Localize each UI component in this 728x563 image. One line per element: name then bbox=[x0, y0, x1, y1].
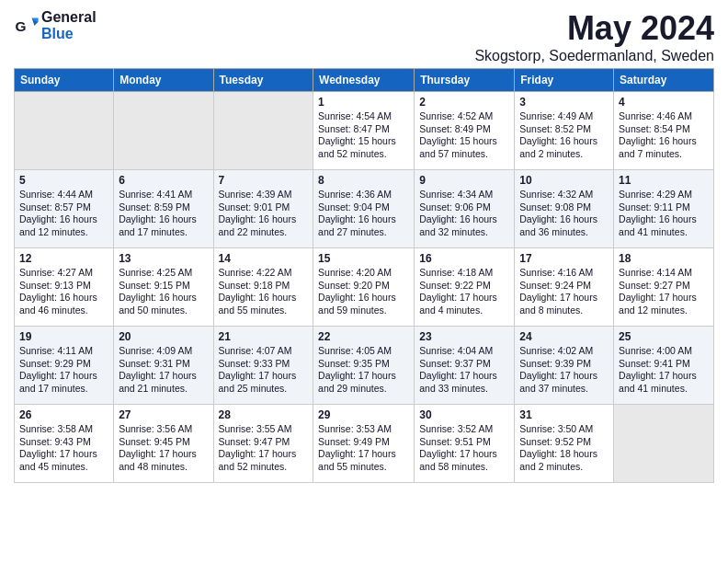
calendar-cell: 25Sunrise: 4:00 AM Sunset: 9:41 PM Dayli… bbox=[614, 327, 714, 405]
day-info: Sunrise: 4:41 AM Sunset: 8:59 PM Dayligh… bbox=[119, 189, 208, 239]
weekday-header-sunday: Sunday bbox=[15, 69, 114, 92]
calendar-cell bbox=[213, 92, 313, 170]
day-info: Sunrise: 4:16 AM Sunset: 9:24 PM Dayligh… bbox=[519, 267, 609, 317]
calendar-cell: 9Sunrise: 4:34 AM Sunset: 9:06 PM Daylig… bbox=[415, 170, 515, 248]
day-number: 4 bbox=[619, 96, 709, 109]
calendar-cell: 3Sunrise: 4:49 AM Sunset: 8:52 PM Daylig… bbox=[515, 92, 614, 170]
day-info: Sunrise: 3:52 AM Sunset: 9:51 PM Dayligh… bbox=[419, 423, 509, 474]
calendar-cell: 6Sunrise: 4:41 AM Sunset: 8:59 PM Daylig… bbox=[114, 170, 213, 248]
day-number: 13 bbox=[119, 252, 208, 265]
calendar-cell: 13Sunrise: 4:25 AM Sunset: 9:15 PM Dayli… bbox=[114, 248, 213, 327]
calendar-cell: 7Sunrise: 4:39 AM Sunset: 9:01 PM Daylig… bbox=[213, 170, 313, 248]
day-info: Sunrise: 4:09 AM Sunset: 9:31 PM Dayligh… bbox=[119, 345, 208, 396]
day-number: 11 bbox=[619, 174, 709, 187]
calendar-cell: 2Sunrise: 4:52 AM Sunset: 8:49 PM Daylig… bbox=[415, 92, 515, 170]
calendar-cell: 14Sunrise: 4:22 AM Sunset: 9:18 PM Dayli… bbox=[213, 248, 313, 327]
day-info: Sunrise: 3:56 AM Sunset: 9:45 PM Dayligh… bbox=[119, 423, 208, 474]
weekday-header-tuesday: Tuesday bbox=[213, 69, 313, 92]
day-number: 30 bbox=[419, 408, 509, 421]
logo: G General Blue bbox=[14, 9, 97, 41]
calendar-cell bbox=[614, 405, 714, 483]
day-number: 1 bbox=[318, 96, 409, 109]
day-info: Sunrise: 4:39 AM Sunset: 9:01 PM Dayligh… bbox=[219, 189, 309, 239]
calendar-cell: 31Sunrise: 3:50 AM Sunset: 9:52 PM Dayli… bbox=[515, 405, 614, 483]
days-of-week-row: SundayMondayTuesdayWednesdayThursdayFrid… bbox=[15, 69, 714, 92]
day-info: Sunrise: 4:54 AM Sunset: 8:47 PM Dayligh… bbox=[318, 110, 409, 161]
calendar-cell: 4Sunrise: 4:46 AM Sunset: 8:54 PM Daylig… bbox=[614, 92, 714, 170]
calendar-body: 1Sunrise: 4:54 AM Sunset: 8:47 PM Daylig… bbox=[15, 92, 714, 483]
day-number: 16 bbox=[419, 252, 509, 265]
day-number: 26 bbox=[19, 408, 108, 421]
day-number: 29 bbox=[318, 408, 409, 421]
day-number: 28 bbox=[219, 408, 309, 421]
day-info: Sunrise: 4:32 AM Sunset: 9:08 PM Dayligh… bbox=[519, 189, 609, 239]
calendar-cell: 24Sunrise: 4:02 AM Sunset: 9:39 PM Dayli… bbox=[515, 327, 614, 405]
day-number: 3 bbox=[519, 96, 609, 109]
calendar-cell: 8Sunrise: 4:36 AM Sunset: 9:04 PM Daylig… bbox=[313, 170, 415, 248]
day-info: Sunrise: 4:00 AM Sunset: 9:41 PM Dayligh… bbox=[619, 345, 709, 396]
calendar-cell: 29Sunrise: 3:53 AM Sunset: 9:49 PM Dayli… bbox=[313, 405, 415, 483]
day-number: 17 bbox=[519, 252, 609, 265]
day-info: Sunrise: 4:11 AM Sunset: 9:29 PM Dayligh… bbox=[19, 345, 108, 396]
calendar-week-4: 19Sunrise: 4:11 AM Sunset: 9:29 PM Dayli… bbox=[15, 327, 714, 405]
day-number: 10 bbox=[519, 174, 609, 187]
weekday-header-friday: Friday bbox=[515, 69, 614, 92]
day-number: 22 bbox=[318, 330, 409, 343]
day-info: Sunrise: 4:52 AM Sunset: 8:49 PM Dayligh… bbox=[419, 110, 509, 161]
calendar-week-1: 1Sunrise: 4:54 AM Sunset: 8:47 PM Daylig… bbox=[15, 92, 714, 170]
day-info: Sunrise: 4:22 AM Sunset: 9:18 PM Dayligh… bbox=[219, 267, 309, 317]
day-number: 12 bbox=[19, 252, 108, 265]
day-number: 31 bbox=[519, 408, 609, 421]
day-number: 20 bbox=[119, 330, 208, 343]
weekday-header-monday: Monday bbox=[114, 69, 213, 92]
page-header: G General Blue May 2024 Skogstorp, Soede… bbox=[14, 9, 714, 64]
day-info: Sunrise: 4:36 AM Sunset: 9:04 PM Dayligh… bbox=[318, 189, 409, 239]
logo-icon: G bbox=[14, 13, 40, 39]
day-info: Sunrise: 4:34 AM Sunset: 9:06 PM Dayligh… bbox=[419, 189, 509, 239]
day-number: 15 bbox=[318, 252, 409, 265]
day-info: Sunrise: 4:46 AM Sunset: 8:54 PM Dayligh… bbox=[619, 110, 709, 161]
day-info: Sunrise: 4:14 AM Sunset: 9:27 PM Dayligh… bbox=[619, 267, 709, 317]
calendar-week-2: 5Sunrise: 4:44 AM Sunset: 8:57 PM Daylig… bbox=[15, 170, 714, 248]
calendar-cell: 18Sunrise: 4:14 AM Sunset: 9:27 PM Dayli… bbox=[614, 248, 714, 327]
calendar-cell bbox=[114, 92, 213, 170]
calendar-cell bbox=[15, 92, 114, 170]
calendar-cell: 1Sunrise: 4:54 AM Sunset: 8:47 PM Daylig… bbox=[313, 92, 415, 170]
weekday-header-wednesday: Wednesday bbox=[313, 69, 415, 92]
calendar-cell: 17Sunrise: 4:16 AM Sunset: 9:24 PM Dayli… bbox=[515, 248, 614, 327]
day-number: 7 bbox=[219, 174, 309, 187]
calendar-cell: 5Sunrise: 4:44 AM Sunset: 8:57 PM Daylig… bbox=[15, 170, 114, 248]
calendar-cell: 30Sunrise: 3:52 AM Sunset: 9:51 PM Dayli… bbox=[415, 405, 515, 483]
day-info: Sunrise: 4:05 AM Sunset: 9:35 PM Dayligh… bbox=[318, 345, 409, 396]
day-number: 21 bbox=[219, 330, 309, 343]
day-number: 5 bbox=[19, 174, 108, 187]
calendar-cell: 21Sunrise: 4:07 AM Sunset: 9:33 PM Dayli… bbox=[213, 327, 313, 405]
day-number: 24 bbox=[519, 330, 609, 343]
day-number: 14 bbox=[219, 252, 309, 265]
day-info: Sunrise: 3:58 AM Sunset: 9:43 PM Dayligh… bbox=[19, 423, 108, 474]
day-number: 27 bbox=[119, 408, 208, 421]
day-info: Sunrise: 3:55 AM Sunset: 9:47 PM Dayligh… bbox=[219, 423, 309, 474]
calendar-cell: 15Sunrise: 4:20 AM Sunset: 9:20 PM Dayli… bbox=[313, 248, 415, 327]
calendar-cell: 20Sunrise: 4:09 AM Sunset: 9:31 PM Dayli… bbox=[114, 327, 213, 405]
month-title: May 2024 bbox=[474, 9, 714, 48]
day-info: Sunrise: 4:18 AM Sunset: 9:22 PM Dayligh… bbox=[419, 267, 509, 317]
day-info: Sunrise: 4:25 AM Sunset: 9:15 PM Dayligh… bbox=[119, 267, 208, 317]
calendar-cell: 28Sunrise: 3:55 AM Sunset: 9:47 PM Dayli… bbox=[213, 405, 313, 483]
day-info: Sunrise: 4:02 AM Sunset: 9:39 PM Dayligh… bbox=[519, 345, 609, 396]
calendar-cell: 11Sunrise: 4:29 AM Sunset: 9:11 PM Dayli… bbox=[614, 170, 714, 248]
day-info: Sunrise: 4:44 AM Sunset: 8:57 PM Dayligh… bbox=[19, 189, 108, 239]
day-info: Sunrise: 4:27 AM Sunset: 9:13 PM Dayligh… bbox=[19, 267, 108, 317]
day-info: Sunrise: 4:49 AM Sunset: 8:52 PM Dayligh… bbox=[519, 110, 609, 161]
calendar-cell: 26Sunrise: 3:58 AM Sunset: 9:43 PM Dayli… bbox=[15, 405, 114, 483]
calendar-cell: 27Sunrise: 3:56 AM Sunset: 9:45 PM Dayli… bbox=[114, 405, 213, 483]
day-number: 8 bbox=[318, 174, 409, 187]
calendar-header: SundayMondayTuesdayWednesdayThursdayFrid… bbox=[15, 69, 714, 92]
day-number: 25 bbox=[619, 330, 709, 343]
day-info: Sunrise: 4:20 AM Sunset: 9:20 PM Dayligh… bbox=[318, 267, 409, 317]
calendar-cell: 23Sunrise: 4:04 AM Sunset: 9:37 PM Dayli… bbox=[415, 327, 515, 405]
calendar-week-3: 12Sunrise: 4:27 AM Sunset: 9:13 PM Dayli… bbox=[15, 248, 714, 327]
weekday-header-saturday: Saturday bbox=[614, 69, 714, 92]
calendar-week-5: 26Sunrise: 3:58 AM Sunset: 9:43 PM Dayli… bbox=[15, 405, 714, 483]
day-info: Sunrise: 4:07 AM Sunset: 9:33 PM Dayligh… bbox=[219, 345, 309, 396]
